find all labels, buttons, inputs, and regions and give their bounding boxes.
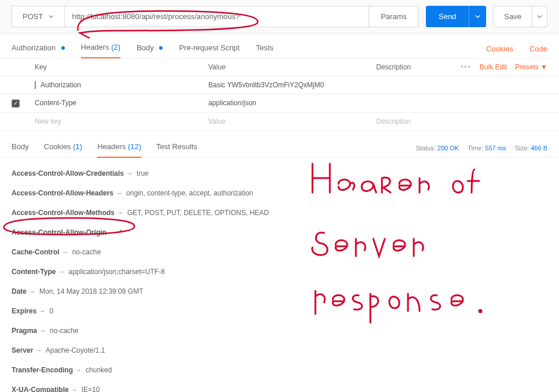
size-value: 466 B xyxy=(531,145,547,151)
response-header-key: X-UA-Compatible xyxy=(12,386,69,393)
header-key[interactable]: Authorization xyxy=(35,81,208,89)
response-header-row: Cache-Control → no-cache xyxy=(12,242,547,262)
response-header-key: Expires xyxy=(12,307,36,315)
response-header-row: Content-Type → application/json;charset=… xyxy=(12,262,547,282)
dot-icon xyxy=(61,46,65,50)
tab-label: Headers xyxy=(97,142,126,151)
header-desc-placeholder[interactable]: Description xyxy=(376,117,547,125)
time-label: Time: xyxy=(468,145,483,151)
url-input[interactable]: http://localhost:8080/api/rest/process/a… xyxy=(65,6,369,27)
response-header-value: IE=10 xyxy=(82,386,100,393)
response-header-key: Content-Type xyxy=(12,268,56,276)
table-row[interactable]: Authorization Basic YW5vbnltb3VzOmFiY2Qx… xyxy=(0,76,559,94)
request-tabs: Authorization Headers (2) Body Pre-reque… xyxy=(0,34,559,58)
tab-resp-headers[interactable]: Headers (12) xyxy=(97,139,141,158)
size-label: Size: xyxy=(515,145,529,151)
arrow-right-icon: → xyxy=(126,169,133,177)
tab-count: (1) xyxy=(73,142,82,151)
send-button[interactable]: Send xyxy=(426,6,469,27)
response-header-key: Access-Control-Allow-Headers xyxy=(12,189,113,197)
response-meta: Status: 200 OK Time: 557 ms Size: 466 B xyxy=(415,145,547,151)
method-select[interactable]: POST xyxy=(12,6,65,27)
tab-count: (2) xyxy=(111,43,120,51)
header-value[interactable]: application/json xyxy=(208,99,376,107)
arrow-right-icon: → xyxy=(35,346,42,354)
code-link[interactable]: Code xyxy=(529,45,547,53)
tab-resp-cookies[interactable]: Cookies (1) xyxy=(44,139,82,157)
tab-label: Body xyxy=(137,43,154,52)
response-header-key: Transfer-Encoding xyxy=(12,366,73,374)
tab-tests[interactable]: Tests xyxy=(256,40,273,58)
response-header-key: Date xyxy=(12,287,27,295)
presets-dropdown[interactable]: Presets ▼ xyxy=(515,63,547,71)
response-header-key: Cache-Control xyxy=(12,248,60,256)
tab-label: Headers xyxy=(81,43,109,51)
col-desc-header: Description xyxy=(376,63,461,71)
response-header-row: Expires → 0 xyxy=(12,301,547,321)
response-header-value: 0 xyxy=(49,307,53,315)
response-header-row: Access-Control-Allow-Methods → GET, POST… xyxy=(12,203,547,223)
cookies-link[interactable]: Cookies xyxy=(486,45,513,53)
response-header-value: no-cache xyxy=(50,327,78,335)
response-header-value: Mon, 14 May 2018 12:39:09 GMT xyxy=(39,287,143,295)
arrow-right-icon: → xyxy=(75,366,82,374)
arrow-right-icon: → xyxy=(39,307,46,315)
tab-prerequest[interactable]: Pre-request Script xyxy=(179,40,240,58)
arrow-right-icon: → xyxy=(108,228,115,236)
response-header-value: true xyxy=(137,169,149,177)
response-header-value: * xyxy=(119,228,122,236)
tab-resp-body[interactable]: Body xyxy=(12,139,29,157)
response-header-key: Access-Control-Allow-Methods xyxy=(12,209,115,217)
response-header-row: Date → Mon, 14 May 2018 12:39:09 GMT xyxy=(12,282,547,301)
status-label: Status: xyxy=(415,145,435,151)
bulk-edit-link[interactable]: Bulk Edit xyxy=(480,63,507,71)
checkbox-checked-icon[interactable]: ✓ xyxy=(12,99,20,108)
tab-resp-testresults[interactable]: Test Results xyxy=(156,139,197,157)
response-header-row: Pragma → no-cache xyxy=(12,321,547,341)
response-header-key: Access-Control-Allow-Credentials xyxy=(12,169,124,177)
response-header-value: no-cache xyxy=(72,248,101,256)
save-dropdown[interactable] xyxy=(532,6,547,27)
header-key-placeholder[interactable]: New key xyxy=(35,117,208,125)
time-value: 557 ms xyxy=(485,145,506,151)
response-header-row: Access-Control-Allow-Origin → * xyxy=(12,223,547,242)
response-header-row: Access-Control-Allow-Headers → origin, c… xyxy=(12,183,547,203)
col-key-header: Key xyxy=(35,63,208,71)
request-bar: POST http://localhost:8080/api/rest/proc… xyxy=(0,0,559,34)
params-button[interactable]: Params xyxy=(369,6,419,27)
header-value[interactable]: Basic YW5vbnltb3VzOmFiY2QxMjM0 xyxy=(208,81,376,89)
response-header-row: Transfer-Encoding → chunked xyxy=(12,360,547,380)
chevron-down-icon xyxy=(537,14,542,19)
response-header-value: Apache-Coyote/1.1 xyxy=(46,346,105,354)
arrow-right-icon: → xyxy=(116,209,123,217)
response-header-key: Access-Control-Allow-Origin xyxy=(12,228,106,236)
arrow-right-icon: → xyxy=(28,287,35,295)
status-value: 200 OK xyxy=(437,145,459,151)
request-headers-table: Key Value Description ••• Bulk Edit Pres… xyxy=(0,58,559,131)
arrow-right-icon: → xyxy=(115,189,122,197)
response-header-key: Pragma xyxy=(12,327,37,335)
tab-authorization[interactable]: Authorization xyxy=(12,40,65,58)
table-row-placeholder[interactable]: New key Value Description xyxy=(0,113,559,131)
arrow-right-icon: → xyxy=(71,386,78,393)
more-icon[interactable]: ••• xyxy=(461,63,472,71)
tab-count: (12) xyxy=(128,142,141,151)
dot-icon xyxy=(159,46,163,50)
response-tabs: Body Cookies (1) Headers (12) Test Resul… xyxy=(0,131,559,158)
header-key[interactable]: Content-Type xyxy=(35,99,208,107)
response-header-value: GET, POST, PUT, DELETE, OPTIONS, HEAD xyxy=(127,209,269,217)
response-header-value: chunked xyxy=(86,366,112,374)
table-header-row: Key Value Description ••• Bulk Edit Pres… xyxy=(0,58,559,76)
tab-body[interactable]: Body xyxy=(137,40,163,58)
col-value-header: Value xyxy=(208,63,376,71)
arrow-right-icon: → xyxy=(39,327,46,335)
arrow-right-icon: → xyxy=(58,268,65,276)
save-button[interactable]: Save xyxy=(493,6,532,27)
chevron-down-icon xyxy=(475,14,480,19)
response-header-row: Access-Control-Allow-Credentials → true xyxy=(12,164,547,183)
arrow-right-icon: → xyxy=(61,248,68,256)
header-value-placeholder[interactable]: Value xyxy=(208,117,376,125)
send-dropdown[interactable] xyxy=(469,6,486,27)
table-row[interactable]: ✓ Content-Type application/json xyxy=(0,94,559,113)
tab-headers[interactable]: Headers (2) xyxy=(81,39,121,58)
